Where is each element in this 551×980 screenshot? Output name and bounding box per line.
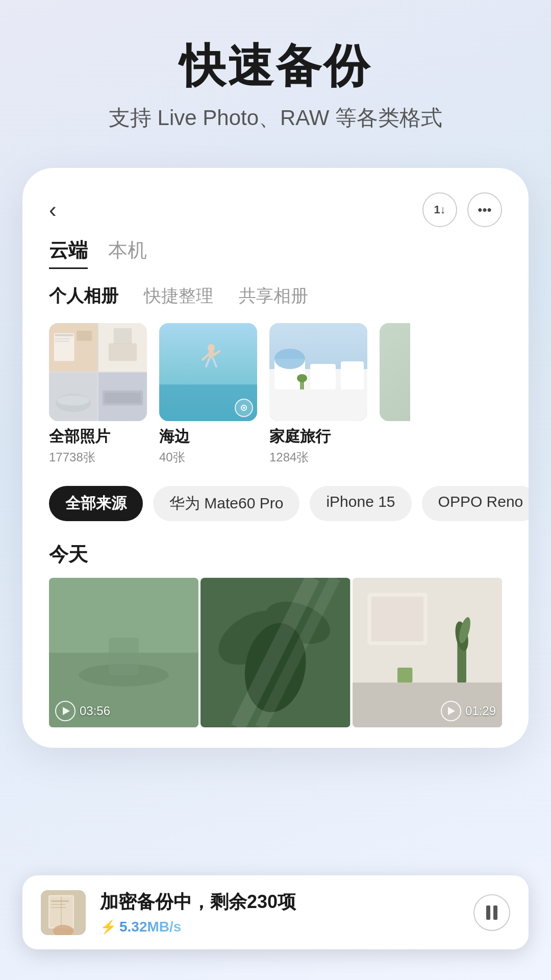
album-grid-ocean — [159, 323, 257, 421]
speed-bolt-icon: ⚡ — [100, 919, 116, 935]
tab-local[interactable]: 本机 — [108, 237, 147, 269]
svg-rect-52 — [397, 668, 412, 682]
svg-rect-4 — [55, 341, 69, 342]
svg-rect-59 — [51, 907, 66, 908]
backup-status-text: 加密备份中，剩余230项 — [100, 890, 459, 915]
tab-cloud[interactable]: 云端 — [49, 237, 88, 269]
sort-button[interactable]: 1↓ — [422, 192, 457, 227]
svg-rect-2 — [55, 334, 73, 336]
svg-rect-51 — [371, 597, 423, 642]
tab-personal-album[interactable]: 个人相册 — [49, 284, 118, 308]
hero-title: 快速备份 — [31, 41, 520, 91]
today-photo-grid: 03:56 — [22, 578, 529, 727]
photo-item-2[interactable] — [201, 578, 350, 727]
tag-oppo[interactable]: OPPO Reno — [422, 486, 529, 521]
svg-rect-30 — [341, 361, 364, 389]
album-grid-partial — [380, 323, 410, 421]
album-family-trip-count: 1284张 — [269, 449, 367, 465]
tag-huawei[interactable]: 华为 Mate60 Pro — [153, 486, 299, 521]
pause-button[interactable] — [473, 894, 510, 931]
backup-speed-row: ⚡ 5.32MB/s — [100, 919, 459, 935]
album-all-photos[interactable]: 全部照片 17738张 — [49, 323, 147, 465]
svg-point-25 — [243, 407, 245, 409]
svg-point-33 — [297, 374, 307, 382]
album-cell-4 — [98, 373, 147, 421]
tab-shared-album[interactable]: 共享相册 — [239, 284, 308, 308]
video-duration-1: 03:56 — [55, 701, 110, 721]
pause-icon — [486, 905, 497, 920]
photo-item-1[interactable]: 03:56 — [49, 578, 198, 727]
today-section-title: 今天 — [22, 536, 529, 578]
album-family-trip-name: 家庭旅行 — [269, 426, 367, 447]
video-duration-3: 01:29 — [441, 701, 496, 721]
backup-thumbnail — [41, 890, 86, 935]
source-filter-bar: 全部来源 华为 Mate60 Pro iPhone 15 OPPO Reno — [22, 481, 529, 536]
album-tab-bar: 个人相册 快捷整理 共享相册 — [22, 274, 529, 318]
tag-all-sources[interactable]: 全部来源 — [49, 486, 143, 521]
album-ocean-count: 40张 — [159, 449, 257, 465]
album-grid-santorini — [269, 323, 367, 421]
album-family-trip[interactable]: 家庭旅行 1284张 — [269, 323, 367, 465]
live-photo-icon — [235, 399, 253, 417]
svg-point-31 — [274, 349, 305, 369]
hero-section: 快速备份 支持 Live Photo、RAW 等各类格式 — [0, 0, 551, 153]
tag-iphone15[interactable]: iPhone 15 — [310, 486, 411, 521]
album-cell-ocean — [159, 323, 257, 421]
svg-point-11 — [57, 396, 89, 406]
play-icon-3 — [441, 701, 461, 721]
phone-card: ‹ 1↓ ••• 云端 本机 个人相册 快捷整理 共享相册 — [22, 168, 529, 748]
svg-rect-5 — [77, 331, 92, 341]
backup-banner: 加密备份中，剩余230项 ⚡ 5.32MB/s — [22, 875, 529, 949]
svg-rect-37 — [109, 638, 139, 675]
svg-point-19 — [208, 344, 215, 351]
album-cell-partial — [380, 323, 410, 421]
svg-rect-3 — [55, 338, 70, 339]
more-button[interactable]: ••• — [467, 192, 502, 227]
photo-item-3[interactable]: 01:29 — [353, 578, 502, 727]
album-cell-2 — [98, 323, 147, 372]
svg-rect-1 — [54, 333, 74, 361]
more-icon: ••• — [478, 202, 491, 218]
svg-rect-14 — [105, 393, 141, 403]
svg-rect-58 — [51, 904, 65, 905]
tab-quick-organize[interactable]: 快捷整理 — [144, 284, 213, 308]
album-ocean-name: 海边 — [159, 426, 257, 447]
album-partial[interactable] — [380, 323, 410, 465]
album-grid-all — [49, 323, 147, 421]
album-ocean[interactable]: 海边 40张 — [159, 323, 257, 465]
back-button[interactable]: ‹ — [49, 197, 57, 223]
album-cell-1 — [49, 323, 97, 372]
play-icon-1 — [55, 701, 76, 721]
app-header: ‹ 1↓ ••• — [22, 168, 529, 237]
backup-info: 加密备份中，剩余230项 ⚡ 5.32MB/s — [100, 890, 459, 935]
album-cell-santorini — [269, 323, 367, 421]
svg-rect-57 — [51, 900, 69, 902]
backup-speed-value: 5.32MB/s — [119, 919, 181, 935]
header-actions: 1↓ ••• — [422, 192, 502, 227]
albums-row: 全部照片 17738张 — [22, 318, 529, 481]
album-cell-3 — [49, 373, 97, 421]
sort-icon: 1↓ — [434, 203, 445, 216]
album-all-photos-count: 17738张 — [49, 449, 147, 465]
svg-rect-29 — [310, 364, 336, 389]
cloud-tab-bar: 云端 本机 — [22, 237, 529, 269]
hero-subtitle: 支持 Live Photo、RAW 等各类格式 — [31, 104, 520, 132]
svg-rect-8 — [114, 328, 132, 345]
svg-rect-7 — [109, 344, 137, 361]
album-all-photos-name: 全部照片 — [49, 426, 147, 447]
